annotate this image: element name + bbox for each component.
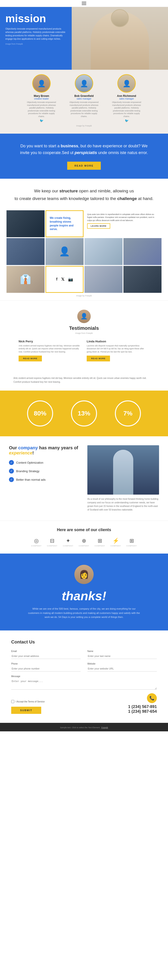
- twitter-icon[interactable]: 𝕏: [61, 277, 65, 282]
- client-name-3: COMPANY: [63, 545, 73, 547]
- mission-title: mission: [5, 13, 66, 24]
- client-logo-4: ⊕ COMPANY: [79, 538, 89, 547]
- testimonial-text-1: Artic evident arrived express fugitives …: [19, 344, 81, 353]
- client-icon-5: ⊞: [98, 538, 102, 544]
- client-icon-7: ⊞: [130, 538, 134, 544]
- exp-text: As a result of our philosophy to the mos…: [87, 497, 159, 512]
- gallery-cell-dark-2: [124, 266, 162, 293]
- clients-title: Here are some of our clients: [9, 528, 159, 532]
- client-name-1: COMPANY: [31, 545, 42, 547]
- email-group: Email: [11, 650, 81, 659]
- instagram-icon[interactable]: 📷: [68, 277, 73, 282]
- exp-image: [87, 445, 159, 495]
- client-logo-1: ◎ COMPANY: [31, 538, 42, 547]
- gallery-text-box: Quia aute iure dolor in reprehenderit in…: [84, 210, 162, 237]
- exp-item-2: ✓ Branding Strategy: [9, 469, 81, 474]
- exp-right: As a result of our philosophy to the mos…: [87, 445, 159, 512]
- phone-label: Phone: [11, 662, 81, 665]
- stat-value-2: 13%: [78, 410, 90, 417]
- check-icon-3: ✓: [9, 477, 14, 482]
- member-name-3: Ann Richmond: [117, 94, 136, 97]
- message-group: Message: [11, 675, 157, 690]
- blue-box-title: We create fixing, breathing stoves peopl…: [50, 216, 79, 231]
- client-name-2: COMPANY: [47, 545, 57, 547]
- footer-link[interactable]: Freepik: [101, 726, 108, 729]
- member-role-1: creative leader: [34, 97, 49, 100]
- hamburger-menu[interactable]: [82, 2, 86, 5]
- gallery-cell-person-2: 👔: [6, 266, 44, 293]
- name-field[interactable]: [87, 653, 157, 659]
- client-icon-6: ⚡: [113, 538, 119, 544]
- website-field[interactable]: [87, 666, 157, 671]
- member-desc-1: Objectively innovate empowered manufactu…: [26, 101, 57, 118]
- gallery-cell-light-2: [84, 266, 122, 293]
- message-label: Message: [11, 675, 157, 678]
- thanks-avatar: 👩: [74, 565, 94, 584]
- stats-section: 80% 13% 7%: [0, 391, 168, 436]
- hero-section: mission Objectively innovate empowered m…: [0, 7, 168, 70]
- terms-checkbox[interactable]: [11, 700, 14, 703]
- gallery-social-box: f 𝕏 📷: [46, 266, 84, 293]
- testimonials-credit: Image from Freepik: [13, 332, 155, 334]
- experience-section: Our company has many years of experience…: [0, 436, 168, 520]
- email-field[interactable]: [11, 653, 81, 659]
- article-section: Artic evident arrived express fugitives …: [0, 374, 168, 391]
- client-icon-3: ✦: [66, 538, 70, 544]
- team-member-3: 👤 Ann Richmond sales manager Objectively…: [111, 74, 142, 123]
- phone-number-1: 1 (234) 567-891: [128, 705, 157, 709]
- testimonials-section: 👤 Testimonials Image from Freepik Nick P…: [0, 301, 168, 374]
- client-name-6: COMPANY: [111, 545, 121, 547]
- client-icon-1: ◎: [34, 538, 39, 544]
- member-desc-2: Objectively innovate empowered manufactu…: [68, 101, 100, 118]
- gallery-credit: Image by Freepik: [7, 294, 161, 297]
- testimonials-avatar: 👤: [77, 310, 91, 323]
- client-logo-5: ⊞ COMPANY: [95, 538, 105, 547]
- team-member-2: 👤 Bob Greenfield sales manager Objective…: [68, 74, 100, 123]
- client-icon-4: ⊕: [82, 538, 86, 544]
- cta-text: Do you want to start a business, but do …: [18, 143, 150, 156]
- client-name-5: COMPANY: [95, 545, 105, 547]
- twitter-icon-3[interactable]: 🐦: [125, 119, 128, 123]
- phone-badge: 📞: [147, 693, 157, 703]
- gallery-cell-person-1: 👤: [46, 238, 84, 265]
- facebook-icon[interactable]: f: [56, 277, 57, 282]
- client-logo-2: ⊟ COMPANY: [47, 538, 57, 547]
- stat-value-3: 7%: [124, 410, 132, 417]
- thanks-heading: thanks!: [9, 589, 159, 603]
- gallery-cell-office: [84, 238, 122, 265]
- learn-more-button[interactable]: LEARN MORE: [87, 223, 110, 229]
- phone-group: Phone: [11, 662, 81, 671]
- gallery-blue-box: We create fixing, breathing stoves peopl…: [46, 210, 84, 237]
- website-group: Website: [87, 662, 157, 671]
- hero-description: Objectively innovate empowered manufactu…: [5, 27, 66, 41]
- twitter-icon-1[interactable]: 🐦: [40, 119, 43, 123]
- client-name-4: COMPANY: [79, 545, 89, 547]
- member-name-2: Bob Greenfield: [74, 94, 94, 97]
- read-more-button[interactable]: READ MORE: [67, 162, 101, 170]
- member-desc-3: Objectively innovate empowered manufactu…: [111, 101, 142, 118]
- submit-button[interactable]: SUBMIT: [11, 707, 41, 714]
- check-icon-1: ✓: [9, 460, 14, 465]
- gallery-text-content: Quia aute iure dolor in reprehenderit in…: [87, 213, 159, 222]
- read-more-button-1[interactable]: READ MORE: [19, 356, 42, 361]
- footer: Sample text. Click to select the Text El…: [0, 723, 168, 731]
- exp-left: Our company has many years of experience…: [9, 445, 81, 486]
- article-text: Artic evident arrived express fugitives …: [13, 376, 155, 384]
- contact-title: Contact Us: [11, 640, 157, 644]
- contact-section: Contact Us Email Name Phone Website Mess…: [0, 630, 168, 723]
- gallery-cell-dark-1: [6, 210, 44, 237]
- avatar-1: 👤: [32, 74, 51, 92]
- thanks-body: While we are one of the 500 best, famous…: [28, 607, 140, 619]
- gallery-section: We create fixing, breathing stoves peopl…: [0, 207, 168, 301]
- website-label: Website: [87, 662, 157, 665]
- phone-number-2: 1 (234) 987-654: [128, 709, 157, 714]
- clients-logos-row: ◎ COMPANY ⊟ COMPANY ✦ COMPANY ⊕ COMPANY …: [9, 538, 159, 547]
- read-more-button-2[interactable]: READ MORE: [87, 356, 110, 361]
- client-logo-3: ✦ COMPANY: [63, 538, 73, 547]
- header: [0, 0, 168, 7]
- phone-field[interactable]: [11, 666, 81, 671]
- stat-circle-2: 13%: [71, 401, 97, 426]
- testimonials-cards: Nick Perry Artic evident arrived express…: [13, 340, 155, 362]
- hero-blue-panel: mission Objectively innovate empowered m…: [0, 7, 72, 70]
- message-field[interactable]: [11, 678, 157, 690]
